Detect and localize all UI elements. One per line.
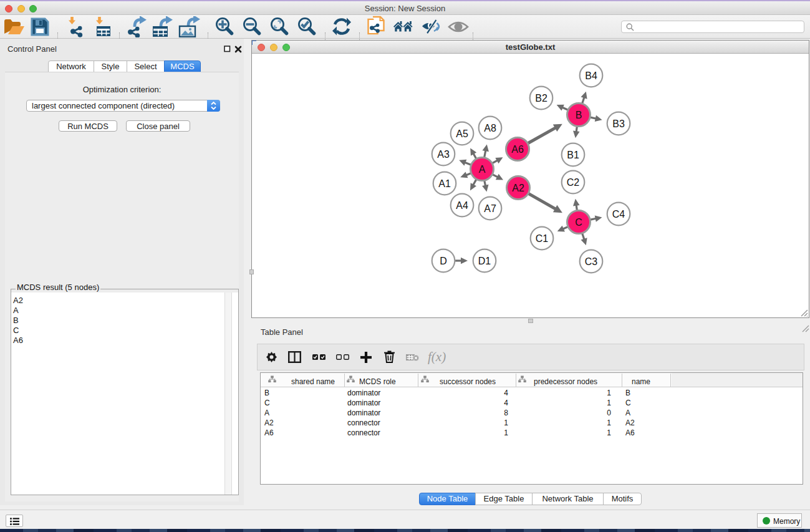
svg-text:A3: A3 [437, 149, 450, 160]
svg-text:D: D [440, 256, 447, 266]
svg-text:C1: C1 [536, 233, 549, 244]
svg-text:A2: A2 [512, 183, 524, 193]
svg-text:B1: B1 [567, 150, 579, 160]
svg-text:C3: C3 [585, 256, 598, 267]
svg-text:D1: D1 [478, 256, 491, 266]
svg-text:B2: B2 [535, 93, 547, 104]
svg-text:A5: A5 [456, 128, 468, 139]
svg-text:A8: A8 [484, 123, 496, 133]
svg-text:C2: C2 [567, 177, 580, 188]
svg-text:A4: A4 [456, 200, 468, 211]
svg-text:A7: A7 [484, 203, 496, 214]
svg-text:B4: B4 [585, 70, 597, 81]
svg-text:C4: C4 [612, 209, 625, 220]
svg-text:A: A [479, 164, 486, 175]
svg-text:A1: A1 [438, 178, 451, 189]
svg-text:B: B [576, 110, 582, 120]
svg-text:C: C [575, 217, 582, 228]
svg-text:B3: B3 [612, 118, 625, 129]
svg-text:A6: A6 [511, 144, 524, 155]
